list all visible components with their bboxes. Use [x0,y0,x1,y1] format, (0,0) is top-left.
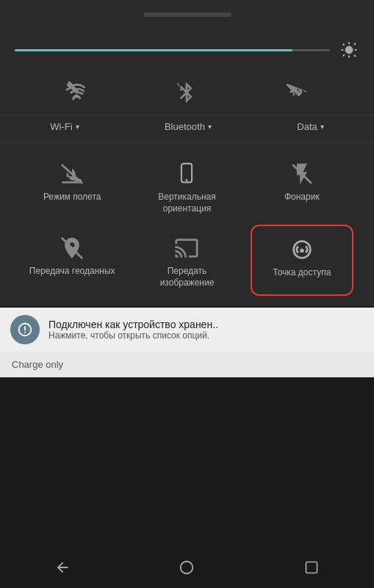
cast-label: Передать изображение [143,266,231,288]
notif-subtitle: Нажмите, чтобы открыть список опций. [48,330,364,341]
hotspot-icon [289,236,315,263]
svg-rect-6 [306,562,317,573]
grid-item-hotspot[interactable]: Точка доступа [251,225,353,296]
home-button[interactable] [165,553,209,582]
airplane-icon [59,161,85,187]
wifi-toggle-icon[interactable] [62,78,92,107]
grid-item-flashlight[interactable]: Фонарик [251,150,353,222]
data-label-item[interactable]: Data ▾ [297,121,323,132]
svg-point-2 [186,179,188,181]
hotspot-label: Точка доступа [273,267,331,279]
data-label: Data [297,121,317,132]
orientation-icon [173,161,200,187]
back-button[interactable] [40,553,84,582]
bluetooth-toggle-icon[interactable] [172,78,201,107]
charge-bar: Charge only [0,352,374,377]
quick-labels-row: Wi-Fi ▾ Bluetooth ▾ Data ▾ [0,115,374,143]
top-bar [0,0,374,29]
svg-line-0 [62,164,82,184]
brightness-icon [339,40,359,60]
wifi-dropdown-arrow: ▾ [76,123,79,131]
geodata-label: Передача геоданных [29,266,115,277]
airplane-label: Режим полета [43,192,101,203]
cast-icon [173,235,200,261]
charge-text: Charge only [12,359,63,370]
data-toggle-icon[interactable] [282,78,312,107]
brightness-track[interactable] [15,49,330,51]
brightness-row [0,29,374,70]
grid-item-geodata[interactable]: Передача геоданных [21,225,123,296]
recents-button[interactable] [290,553,334,582]
flashlight-icon [289,161,315,187]
bluetooth-dropdown-arrow: ▾ [208,123,212,131]
wifi-label-item[interactable]: Wi-Fi ▾ [50,121,79,132]
grid-row-2: Передача геоданных Передать изображение … [15,225,359,296]
flashlight-label: Фонарик [284,192,320,203]
notification-bar[interactable]: Подключен как устройство хранен.. Нажмит… [0,308,374,352]
svg-point-5 [181,562,193,574]
data-dropdown-arrow: ▾ [320,123,324,131]
quick-toggles-top [0,70,374,115]
grid-item-airplane[interactable]: Режим полета [21,150,123,222]
grid-section: Режим полета Вертикальная ориентация Фон… [0,143,374,306]
bottom-nav [0,547,374,588]
grid-row-1: Режим полета Вертикальная ориентация Фон… [15,150,359,222]
brightness-fill [15,49,292,51]
orientation-label: Вертикальная ориентация [143,192,231,214]
bluetooth-label: Bluetooth [165,121,205,132]
notif-title: Подключен как устройство хранен.. [48,319,364,330]
top-bar-shape [143,12,231,17]
bluetooth-label-item[interactable]: Bluetooth ▾ [165,121,212,132]
notif-text-block: Подключен как устройство хранен.. Нажмит… [48,319,364,341]
geodata-icon [59,235,85,261]
grid-item-cast[interactable]: Передать изображение [135,225,238,296]
wifi-label: Wi-Fi [50,121,72,132]
grid-item-orientation[interactable]: Вертикальная ориентация [135,150,238,222]
notif-icon-circle [10,315,40,344]
